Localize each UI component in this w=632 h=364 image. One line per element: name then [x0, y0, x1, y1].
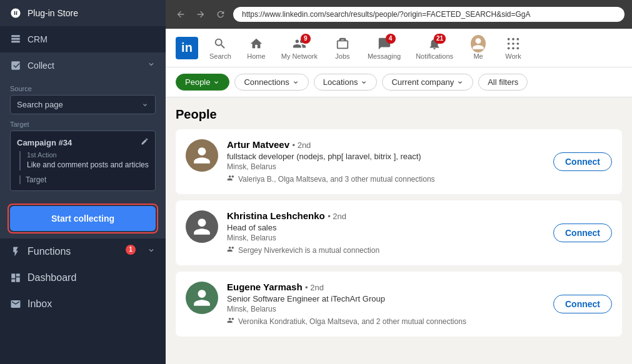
- start-btn-wrapper: Start collecting: [0, 199, 166, 239]
- functions-badge: 1: [126, 245, 136, 255]
- functions-icon: [10, 246, 21, 257]
- person-card-artur: Artur Matveev • 2nd fullstack developer …: [176, 129, 622, 194]
- collect-header[interactable]: Collect: [0, 52, 166, 79]
- target-field-label: Target: [10, 121, 156, 128]
- svg-point-0: [508, 37, 510, 40]
- filter-connections-button[interactable]: Connections: [234, 74, 308, 91]
- messaging-nav-label: Messaging: [368, 52, 401, 60]
- connect-button-artur[interactable]: Connect: [553, 152, 612, 171]
- url-text: https://www.linkedin.com/search/results/…: [242, 10, 531, 19]
- collect-chevron-icon: [147, 60, 156, 71]
- dashboard-icon: [10, 272, 21, 283]
- mutual-icon-3: [227, 316, 236, 327]
- sidebar-item-inbox[interactable]: Inbox: [0, 291, 166, 317]
- nav-item-me[interactable]: Me: [462, 36, 494, 60]
- person-info-artur: Artur Matveev • 2nd fullstack developer …: [227, 139, 544, 184]
- nav-item-notifications[interactable]: 21 Notifications: [409, 36, 459, 60]
- svg-point-6: [508, 47, 510, 49]
- start-collecting-button[interactable]: Start collecting: [10, 206, 156, 231]
- address-bar[interactable]: https://www.linkedin.com/search/results/…: [233, 7, 624, 22]
- sidebar-item-dashboard[interactable]: Dashboard: [0, 265, 166, 291]
- content-area: People Artur Matveev • 2nd fullstack dev…: [166, 97, 632, 364]
- filter-current-company-button[interactable]: Current company: [382, 74, 473, 91]
- edit-icon[interactable]: [141, 137, 149, 147]
- sidebar-item-plugin-store[interactable]: Plug-in Store: [0, 0, 166, 26]
- jobs-nav-label: Jobs: [335, 52, 349, 60]
- target-box: Campaign #34 1st Action Like and comment…: [10, 130, 156, 191]
- connect-button-eugene[interactable]: Connect: [553, 295, 612, 313]
- back-button[interactable]: [173, 7, 188, 22]
- person-location-artur: Minsk, Belarus: [227, 162, 544, 171]
- nav-item-jobs[interactable]: Jobs: [326, 36, 359, 60]
- network-badge: 9: [301, 34, 311, 44]
- filter-people-button[interactable]: People: [176, 74, 229, 91]
- sidebar-plugin-store-label: Plug-in Store: [28, 8, 156, 18]
- svg-point-2: [517, 37, 519, 40]
- campaign-name: Campaign #34: [17, 138, 72, 147]
- person-name-khristina: Khristina Leshchenko • 2nd: [227, 210, 544, 222]
- me-nav-label: Me: [473, 52, 483, 60]
- work-nav-icon: [506, 36, 521, 51]
- sidebar-collect-label: Collect: [28, 61, 141, 71]
- person-title-eugene: Senior Software Engineer at iTechArt Gro…: [227, 294, 544, 303]
- avatar-artur: [186, 139, 218, 172]
- home-nav-label: Home: [247, 52, 265, 60]
- refresh-button[interactable]: [213, 7, 228, 22]
- nav-item-home[interactable]: Home: [240, 36, 273, 60]
- work-nav-label: Work: [505, 52, 521, 60]
- search-nav-label: Search: [209, 52, 231, 60]
- person-info-khristina: Khristina Leshchenko • 2nd Head of sales…: [227, 210, 544, 255]
- browser-chrome: https://www.linkedin.com/search/results/…: [166, 0, 632, 29]
- filter-locations-button[interactable]: Locations: [314, 74, 378, 91]
- search-nav-icon: [213, 36, 228, 51]
- sidebar-dashboard-label: Dashboard: [28, 272, 156, 283]
- target-node-label: Target: [19, 175, 149, 184]
- notifications-nav-icon: 21: [427, 36, 442, 51]
- mutual-icon: [227, 174, 236, 184]
- forward-button[interactable]: [193, 7, 208, 22]
- collect-icon: [10, 60, 21, 71]
- avatar-khristina: [186, 210, 218, 243]
- person-name-artur: Artur Matveev • 2nd: [227, 139, 544, 150]
- svg-point-4: [512, 42, 514, 45]
- functions-chevron-icon: [147, 246, 156, 257]
- notifications-badge: 21: [434, 34, 446, 44]
- nav-item-network[interactable]: 9 My Network: [275, 36, 324, 60]
- messaging-badge: 4: [386, 34, 396, 44]
- svg-point-8: [517, 47, 519, 49]
- person-location-khristina: Minsk, Belarus: [227, 234, 544, 242]
- person-info-eugene: Eugene Yarmash • 2nd Senior Software Eng…: [227, 282, 544, 327]
- network-nav-label: My Network: [281, 52, 318, 60]
- filter-bar: People Connections Locations Current com…: [166, 67, 632, 97]
- person-title-khristina: Head of sales: [227, 223, 544, 232]
- source-label: Source: [10, 85, 156, 92]
- source-select[interactable]: Search page: [10, 95, 156, 114]
- nav-item-messaging[interactable]: 4 Messaging: [361, 36, 407, 60]
- svg-point-1: [512, 37, 514, 40]
- plugin-store-icon: [10, 7, 21, 19]
- home-nav-icon: [249, 36, 264, 51]
- source-value: Search page: [17, 100, 63, 109]
- svg-point-7: [512, 47, 514, 49]
- action-label: 1st Action: [27, 151, 149, 159]
- sidebar-functions-label: Functions: [28, 246, 141, 257]
- collect-section: Collect Source Search page Target Campai…: [0, 52, 166, 239]
- person-card-khristina: Khristina Leshchenko • 2nd Head of sales…: [176, 200, 622, 265]
- sidebar: Plug-in Store CRM Collect Source Search …: [0, 0, 166, 364]
- person-mutual-khristina: Sergey Niverkevich is a mutual connectio…: [227, 245, 544, 255]
- connect-button-khristina[interactable]: Connect: [553, 224, 612, 242]
- nav-item-search[interactable]: Search: [203, 36, 238, 60]
- mutual-icon-2: [227, 245, 236, 255]
- notifications-nav-label: Notifications: [416, 52, 453, 60]
- sidebar-item-functions[interactable]: Functions 1: [0, 239, 166, 265]
- people-heading: People: [176, 107, 622, 122]
- svg-point-3: [508, 42, 510, 45]
- collect-body: Source Search page Target Campaign #34 1…: [0, 85, 166, 199]
- person-card-eugene: Eugene Yarmash • 2nd Senior Software Eng…: [176, 272, 622, 337]
- action-tree: 1st Action Like and comment posts and ar…: [19, 151, 149, 170]
- crm-icon: [10, 34, 21, 45]
- sidebar-item-crm[interactable]: CRM: [0, 26, 166, 52]
- linkedin-logo: in: [176, 37, 198, 59]
- filter-all-filters-button[interactable]: All filters: [478, 74, 528, 91]
- nav-item-work[interactable]: Work: [497, 36, 529, 60]
